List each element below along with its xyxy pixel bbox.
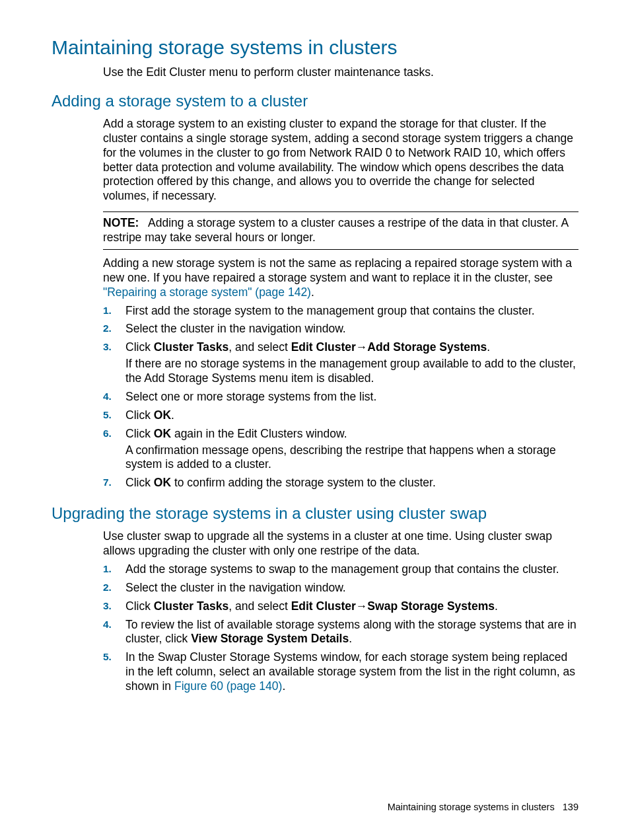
note-text: NOTE: Adding a storage system to a clust… bbox=[103, 216, 578, 245]
step-text: Click Cluster Tasks, and select Edit Clu… bbox=[125, 599, 578, 614]
heading-2-upgrading: Upgrading the storage systems in a clust… bbox=[52, 504, 578, 523]
document-page: Maintaining storage systems in clusters … bbox=[0, 0, 630, 724]
step-number: 3. bbox=[103, 599, 125, 613]
step-number: 4. bbox=[103, 390, 125, 403]
list-item: 3. Click Cluster Tasks, and select Edit … bbox=[103, 599, 578, 616]
paragraph: Add a storage system to an existing clus… bbox=[103, 117, 578, 204]
note-body: Adding a storage system to a cluster cau… bbox=[103, 216, 568, 244]
page-footer: Maintaining storage systems in clusters … bbox=[388, 802, 578, 812]
step-text: Select one or more storage systems from … bbox=[125, 390, 578, 404]
step-text: Add the storage systems to swap to the m… bbox=[125, 562, 578, 577]
step-text: Click OK. bbox=[125, 408, 578, 423]
arrow-icon: → bbox=[356, 599, 368, 613]
heading-2-adding: Adding a storage system to a cluster bbox=[52, 92, 578, 110]
heading-1: Maintaining storage systems in clusters bbox=[52, 36, 578, 59]
step-text: Select the cluster in the navigation win… bbox=[125, 322, 578, 336]
list-item: 4. To review the list of available stora… bbox=[103, 618, 578, 649]
arrow-icon: → bbox=[356, 340, 368, 354]
paragraph: Adding a new storage system is not the s… bbox=[103, 256, 578, 300]
note-box: NOTE: Adding a storage system to a clust… bbox=[103, 211, 578, 250]
list-item: 5. Click OK. bbox=[103, 408, 578, 425]
step-subtext: If there are no storage systems in the m… bbox=[125, 357, 578, 386]
list-item: 7. Click OK to confirm adding the storag… bbox=[103, 476, 578, 492]
list-item: 6. Click OK again in the Edit Clusters w… bbox=[103, 427, 578, 475]
step-text: Click Cluster Tasks, and select Edit Clu… bbox=[125, 340, 578, 355]
ordered-list: 1. First add the storage system to the m… bbox=[103, 304, 578, 493]
step-number: 5. bbox=[103, 650, 125, 664]
link-figure-60[interactable]: Figure 60 (page 140) bbox=[174, 679, 282, 693]
link-repairing[interactable]: "Repairing a storage system" (page 142) bbox=[103, 286, 311, 299]
section-adding-body: Add a storage system to an existing clus… bbox=[103, 117, 578, 492]
list-item: 3. Click Cluster Tasks, and select Edit … bbox=[103, 340, 578, 388]
step-text: To review the list of available storage … bbox=[125, 618, 578, 647]
step-number: 7. bbox=[103, 476, 125, 489]
step-text: First add the storage system to the mana… bbox=[125, 304, 578, 319]
step-number: 5. bbox=[103, 408, 125, 422]
step-number: 4. bbox=[103, 618, 125, 631]
intro-paragraph: Use the Edit Cluster menu to perform clu… bbox=[103, 65, 578, 80]
page-number: 139 bbox=[563, 802, 578, 812]
list-item: 2. Select the cluster in the navigation … bbox=[103, 322, 578, 338]
paragraph: Use cluster swap to upgrade all the syst… bbox=[103, 529, 578, 558]
step-text: In the Swap Cluster Storage Systems wind… bbox=[125, 650, 578, 694]
step-subtext: A confirmation message opens, describing… bbox=[125, 443, 578, 473]
step-number: 2. bbox=[103, 322, 125, 335]
step-text: Select the cluster in the navigation win… bbox=[125, 581, 578, 595]
step-number: 1. bbox=[103, 304, 125, 317]
list-item: 1. Add the storage systems to swap to th… bbox=[103, 562, 578, 579]
list-item: 5. In the Swap Cluster Storage Systems w… bbox=[103, 650, 578, 696]
list-item: 2. Select the cluster in the navigation … bbox=[103, 581, 578, 597]
note-label: NOTE: bbox=[103, 216, 139, 229]
list-item: 4. Select one or more storage systems fr… bbox=[103, 390, 578, 406]
step-number: 3. bbox=[103, 340, 125, 354]
ordered-list: 1. Add the storage systems to swap to th… bbox=[103, 562, 578, 696]
list-item: 1. First add the storage system to the m… bbox=[103, 304, 578, 321]
step-text: Click OK again in the Edit Clusters wind… bbox=[125, 427, 578, 441]
step-number: 6. bbox=[103, 427, 125, 440]
footer-text: Maintaining storage systems in clusters bbox=[388, 802, 555, 812]
section-upgrading-body: Use cluster swap to upgrade all the syst… bbox=[103, 529, 578, 696]
step-number: 1. bbox=[103, 562, 125, 576]
step-text: Click OK to confirm adding the storage s… bbox=[125, 476, 578, 490]
intro-block: Use the Edit Cluster menu to perform clu… bbox=[103, 65, 578, 80]
step-number: 2. bbox=[103, 581, 125, 594]
